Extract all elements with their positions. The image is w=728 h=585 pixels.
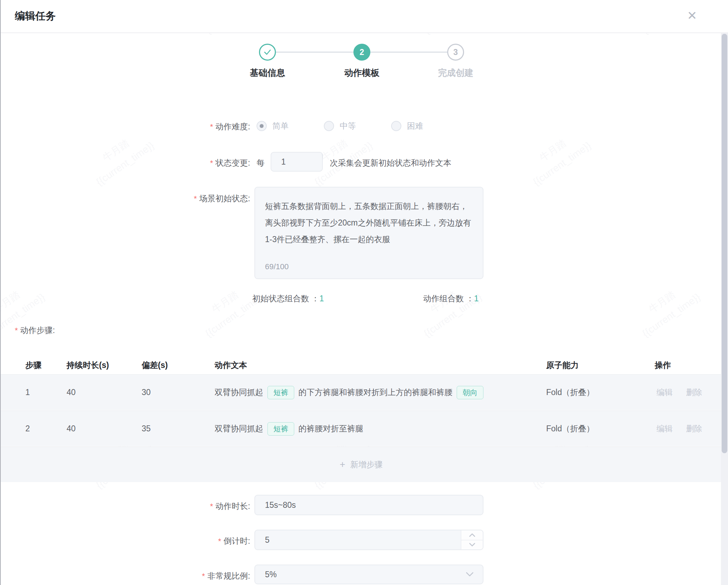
row2-deviation: 35 [142, 411, 151, 447]
row1-actions: 编辑删除 [656, 375, 716, 410]
step-connector-1 [276, 51, 354, 53]
unusual-ratio-value: 5% [265, 565, 277, 584]
initial-combo-value: 1 [319, 294, 324, 303]
row1-step: 1 [25, 375, 30, 410]
radio-hard-label: 困难 [407, 121, 423, 131]
row1-text-before: 双臂协同抓起 [215, 387, 263, 398]
initial-combo-label: 初始状态组合数 ： [252, 294, 319, 303]
step-3-number: 3 [454, 48, 458, 57]
countdown-input[interactable]: 5 [254, 530, 483, 550]
check-icon [263, 48, 272, 56]
row2-text-before: 双臂协同抓起 [215, 423, 263, 434]
table-row: 1 40 30 双臂协同抓起 短裤 的下方裤腿和裤腰对折到上方的裤腿和裤腰 朝向… [1, 375, 722, 410]
action-combo-label: 动作组合数 ： [423, 294, 474, 303]
step-2-circle: 2 [353, 44, 370, 61]
unusual-ratio-select[interactable]: 5% [254, 565, 483, 584]
decrease-button[interactable] [461, 540, 483, 550]
unusual-ratio-label: 非常规比例: [102, 571, 250, 581]
row2-edit-button[interactable]: 编辑 [656, 424, 673, 433]
col-ability: 原子能力 [546, 356, 579, 374]
difficulty-label: 动作难度: [102, 121, 250, 132]
chevron-up-icon [469, 533, 475, 537]
vertical-scrollbar[interactable] [721, 33, 728, 585]
select-chevron-down-icon [466, 565, 474, 584]
radio-medium[interactable]: 中等 [324, 121, 356, 131]
step-2-number: 2 [360, 48, 364, 57]
duration-label: 动作时长: [102, 501, 250, 512]
radio-easy[interactable]: 简单 [257, 121, 289, 131]
scrollbar-thumb[interactable] [722, 34, 727, 453]
row2-delete-button[interactable]: 删除 [686, 424, 702, 433]
step-3-circle: 3 [447, 44, 464, 61]
action-steps-label: 动作步骤: [15, 325, 55, 336]
table-row: 2 40 35 双臂协同抓起 短裤 的裤腰对折至裤腿 Fold（折叠） 编辑删除 [1, 411, 722, 446]
dialog-title: 编辑任务 [15, 9, 56, 23]
close-icon[interactable]: ✕ [683, 6, 701, 25]
radio-medium-label: 中等 [340, 121, 356, 131]
initial-state-label: 场景初始状态: [102, 193, 250, 204]
col-step: 步骤 [25, 356, 42, 374]
state-change-value: 1 [281, 153, 286, 171]
edit-task-dialog: 牛月踏{{current_time}}牛月踏{{current_time}}牛月… [0, 0, 728, 585]
plus-icon: + [340, 459, 345, 470]
row1-orientation-tag: 朝向 [457, 386, 483, 399]
row2-text-mid: 的裤腰对折至裤腿 [298, 423, 363, 434]
step-connector-2 [370, 51, 448, 53]
row2-actions: 编辑删除 [656, 411, 716, 447]
step-2-label[interactable]: 动作模板 [320, 67, 404, 79]
radio-medium-circle [324, 121, 334, 131]
initial-combo-count: 初始状态组合数 ：1 [252, 293, 324, 304]
col-deviation: 偏差(s) [142, 356, 168, 374]
row2-duration: 40 [67, 411, 76, 447]
row1-edit-button[interactable]: 编辑 [656, 388, 673, 397]
step-1-label[interactable]: 基础信息 [225, 67, 310, 79]
table-header: 步骤 持续时长(s) 偏差(s) 动作文本 原子能力 操作 [1, 356, 722, 374]
initial-state-textarea[interactable]: 短裤五条数据背面朝上，五条数据正面朝上，裤腰朝右，离头部视野下方至少20cm之外… [254, 187, 483, 279]
duration-value: 15s~80s [265, 495, 296, 515]
row1-duration: 40 [67, 375, 76, 410]
step-3-label[interactable]: 完成创建 [413, 67, 498, 79]
row2-step: 2 [25, 411, 30, 447]
radio-hard[interactable]: 困难 [391, 121, 423, 131]
row2-action-text: 双臂协同抓起 短裤 的裤腰对折至裤腿 [215, 411, 363, 447]
step-1-circle [259, 44, 276, 61]
countdown-label: 倒计时: [102, 536, 250, 547]
difficulty-radio-group: 简单 中等 困难 [257, 118, 458, 134]
state-change-label: 状态变更: [102, 158, 250, 168]
row1-deviation: 30 [142, 375, 151, 410]
action-combo-value: 1 [474, 294, 479, 303]
row1-ability: Fold（折叠） [546, 375, 594, 410]
row1-text-mid: 的下方裤腿和裤腰对折到上方的裤腿和裤腰 [298, 387, 452, 398]
row1-delete-button[interactable]: 删除 [686, 388, 702, 397]
radio-easy-label: 简单 [272, 121, 289, 131]
watermark-text: 牛月踏{{current_time}} [0, 253, 81, 364]
col-actions: 操作 [655, 356, 671, 374]
state-change-suffix: 次采集会更新初始状态和动作文本 [330, 158, 451, 168]
action-combo-count: 动作组合数 ：1 [423, 293, 479, 304]
watermark-text: 牛月踏{{current_time}} [488, 101, 628, 213]
initial-state-value: 短裤五条数据背面朝上，五条数据正面朝上，裤腰朝右，离头部视野下方至少20cm之外… [265, 198, 474, 248]
row1-object-tag: 短裤 [267, 386, 294, 399]
char-counter: 69/100 [265, 262, 289, 271]
watermark-text: 牛月踏{{current_time}} [597, 253, 728, 364]
radio-hard-circle [391, 121, 401, 131]
dialog-header: 编辑任务 ✕ [1, 0, 728, 32]
countdown-value: 5 [265, 530, 270, 549]
number-stepper [461, 530, 483, 549]
col-text: 动作文本 [215, 356, 247, 374]
row2-object-tag: 短裤 [267, 422, 294, 436]
radio-easy-circle [257, 121, 267, 131]
increase-button[interactable] [461, 530, 483, 540]
add-step-button[interactable]: + 新增步骤 [1, 447, 722, 482]
row2-ability: Fold（折叠） [546, 411, 594, 447]
state-change-prefix: 每 [257, 158, 265, 168]
col-duration: 持续时长(s) [67, 356, 109, 374]
header-divider [1, 32, 728, 33]
row1-action-text: 双臂协同抓起 短裤 的下方裤腿和裤腰对折到上方的裤腿和裤腰 朝向 [215, 375, 488, 410]
chevron-down-icon [469, 543, 475, 547]
state-change-input[interactable]: 1 [271, 152, 323, 172]
duration-input[interactable]: 15s~80s [254, 495, 483, 515]
add-step-label: 新增步骤 [350, 459, 383, 470]
